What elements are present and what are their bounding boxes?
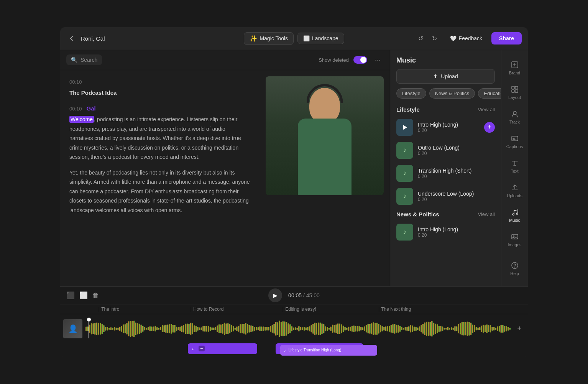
track-item-underscore[interactable]: ♪ Underscore Low (Loop) 0:20 xyxy=(390,185,501,208)
svg-rect-75 xyxy=(194,325,195,332)
genre-news[interactable]: News & Politics xyxy=(429,88,475,99)
track-name-0: Intro High (Long) xyxy=(418,122,480,128)
header-center: ✨ Magic Tools ⬜ Landscape xyxy=(244,32,344,45)
svg-rect-41 xyxy=(133,320,135,336)
svg-rect-151 xyxy=(328,328,330,330)
duplicate-tool-button[interactable]: ⬜ xyxy=(79,291,88,300)
sidebar-item-text[interactable]: Text xyxy=(503,155,526,178)
svg-rect-199 xyxy=(414,326,415,331)
news-view-all[interactable]: View all xyxy=(478,211,495,217)
sidebar-item-layout[interactable]: Layout xyxy=(503,81,526,104)
track-item-intro-high[interactable]: Intro High (Long) 0:20 + xyxy=(390,116,501,139)
svg-rect-161 xyxy=(346,328,347,330)
magic-tools-button[interactable]: ✨ Magic Tools xyxy=(244,32,294,45)
music-chip-1[interactable]: ♪ ··· xyxy=(188,343,257,354)
svg-rect-159 xyxy=(343,325,344,332)
sidebar-item-music[interactable]: Music xyxy=(503,204,526,227)
heart-icon: 🤍 xyxy=(450,35,457,41)
sidebar-item-captions[interactable]: Captions xyxy=(503,130,526,153)
svg-rect-196 xyxy=(408,326,409,331)
svg-rect-127 xyxy=(286,322,287,336)
crop-tool-button[interactable]: ⬛ xyxy=(66,291,75,300)
show-deleted-toggle[interactable] xyxy=(353,56,367,64)
svg-rect-158 xyxy=(341,324,342,333)
sidebar-item-images[interactable]: Images xyxy=(503,228,526,251)
add-track-button-0[interactable]: + xyxy=(484,122,495,133)
svg-rect-18 xyxy=(93,323,94,334)
delete-tool-button[interactable]: 🗑 xyxy=(92,291,99,300)
sidebar-item-uploads[interactable]: Uploads xyxy=(503,179,526,202)
svg-rect-249 xyxy=(502,325,503,333)
svg-rect-220 xyxy=(451,327,452,330)
svg-rect-23 xyxy=(102,323,103,334)
svg-rect-69 xyxy=(183,325,184,332)
track-item-news-intro[interactable]: ♪ Intro High (Long) 0:20 xyxy=(390,221,501,244)
play-button[interactable]: ▶ xyxy=(268,288,282,302)
svg-rect-44 xyxy=(139,323,140,334)
music-chip-icon-2: ♪ xyxy=(284,348,286,353)
search-box[interactable]: 🔍 Search xyxy=(66,54,102,65)
svg-rect-190 xyxy=(397,325,399,332)
svg-rect-116 xyxy=(266,327,268,330)
track-dur-3: 0:20 xyxy=(418,197,495,202)
svg-rect-206 xyxy=(426,321,427,335)
svg-rect-64 xyxy=(174,325,175,333)
layout-label: Layout xyxy=(508,95,521,100)
redo-button[interactable]: ↻ xyxy=(429,32,441,44)
track-dur-1: 0:20 xyxy=(418,151,495,156)
svg-rect-201 xyxy=(417,327,418,330)
svg-rect-194 xyxy=(405,327,406,330)
sidebar-item-brand[interactable]: Brand xyxy=(503,56,526,79)
svg-rect-237 xyxy=(481,325,482,332)
add-track-end-button[interactable]: + xyxy=(514,324,525,333)
waveform-main[interactable]: // Generate waveform bars const svgNS = … xyxy=(85,319,511,338)
back-button[interactable] xyxy=(66,33,77,44)
svg-rect-142 xyxy=(312,324,314,334)
svg-rect-120 xyxy=(273,324,274,333)
svg-rect-236 xyxy=(479,327,480,330)
svg-rect-137 xyxy=(304,327,305,330)
svg-rect-96 xyxy=(231,325,232,332)
track-item-transition-high[interactable]: ♪ Transition High (Short) 0:20 xyxy=(390,162,501,185)
svg-rect-114 xyxy=(263,326,264,331)
svg-rect-218 xyxy=(447,327,448,330)
track-item-outro-low[interactable]: ♪ Outro Low (Long) 0:20 xyxy=(390,139,501,162)
landscape-button[interactable]: ⬜ Landscape xyxy=(297,33,344,44)
music-chip-2[interactable]: ♪ Lifestyle Transition High (Long) xyxy=(280,345,377,356)
svg-rect-231 xyxy=(470,322,471,335)
svg-rect-70 xyxy=(185,323,186,334)
svg-rect-241 xyxy=(488,325,489,332)
upload-button[interactable]: ⬆ Upload xyxy=(396,69,495,84)
svg-point-9 xyxy=(516,213,518,214)
svg-rect-27 xyxy=(108,328,110,330)
svg-rect-224 xyxy=(458,324,459,333)
svg-rect-153 xyxy=(332,325,333,333)
svg-rect-125 xyxy=(283,321,284,336)
genre-education[interactable]: Education xyxy=(478,88,501,99)
transcript-entry-1: 00:10 The Podcast Idea xyxy=(69,78,250,98)
music-chip-more-1[interactable]: ··· xyxy=(199,346,205,351)
svg-rect-89 xyxy=(218,324,220,333)
genre-lifestyle[interactable]: Lifestyle xyxy=(396,88,426,99)
svg-point-13 xyxy=(514,267,515,268)
lifestyle-view-all[interactable]: View all xyxy=(478,107,495,112)
undo-button[interactable]: ↺ xyxy=(415,32,427,44)
video-frame xyxy=(266,76,384,195)
help-label: Help xyxy=(510,271,519,276)
sidebar-item-help[interactable]: Help xyxy=(503,257,526,280)
svg-rect-212 xyxy=(437,324,438,333)
share-button[interactable]: Share xyxy=(491,32,522,44)
person-body-visual xyxy=(298,119,351,195)
svg-rect-105 xyxy=(247,324,248,333)
svg-rect-22 xyxy=(100,323,101,334)
track-info-news-0: Intro High (Long) 0:20 xyxy=(418,226,495,238)
svg-rect-169 xyxy=(360,327,361,330)
svg-rect-124 xyxy=(281,321,282,335)
svg-rect-128 xyxy=(287,323,289,334)
track-info-0: Intro High (Long) 0:20 xyxy=(418,122,480,133)
sidebar-item-track[interactable]: Track xyxy=(503,105,526,129)
svg-rect-253 xyxy=(509,328,511,330)
feedback-button[interactable]: 🤍 Feedback xyxy=(445,33,487,44)
more-options-button[interactable]: ··· xyxy=(372,54,384,66)
svg-rect-63 xyxy=(172,325,174,333)
